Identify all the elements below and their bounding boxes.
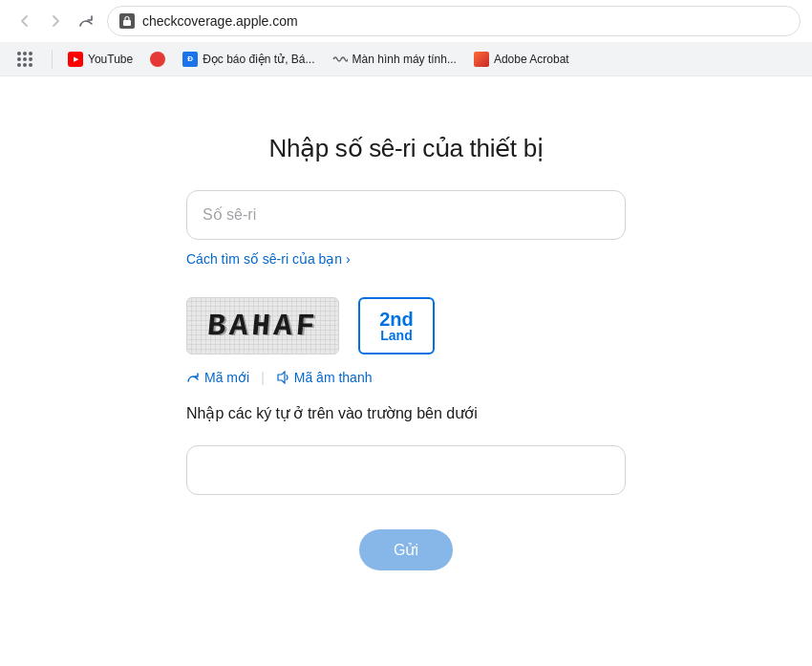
form-container: Nhập số sê-ri của thiết bị Cách tìm số s… [186, 134, 626, 570]
url-text: checkcoverage.apple.com [142, 13, 788, 29]
bookmark-adobe[interactable]: Adobe Acrobat [466, 49, 577, 70]
bookmark-youtube[interactable]: YouTube [60, 49, 140, 70]
toolbar: checkcoverage.apple.com [0, 0, 812, 42]
bookmarks-divider [52, 50, 53, 69]
audio-icon [276, 371, 289, 384]
bookmark-doc-bao[interactable]: Đ Đọc báo điện tử, Bá... [175, 49, 322, 70]
refresh-small-icon [186, 371, 200, 384]
audio-code-label: Mã âm thanh [294, 370, 373, 385]
bookmark-doc-bao-label: Đọc báo điện tử, Bá... [203, 53, 314, 66]
submit-button[interactable]: Gửi [359, 529, 453, 570]
back-button[interactable] [11, 8, 38, 34]
site-security-icon [119, 13, 135, 29]
adobe-icon [474, 52, 489, 67]
browser-chrome: checkcoverage.apple.com YouTube Đ Đọc bá… [0, 0, 812, 76]
page-title: Nhập số sê-ri của thiết bị [268, 134, 543, 163]
bookmarks-bar: YouTube Đ Đọc báo điện tử, Bá... Màn hìn… [0, 42, 812, 76]
apps-button[interactable] [11, 46, 38, 73]
bookmark-man-hinh[interactable]: Màn hình máy tính... [325, 49, 464, 70]
captcha-input[interactable] [186, 445, 626, 495]
instruction-text: Nhập các ký tự ở trên vào trường bên dướ… [186, 404, 626, 422]
logo-land: Land [380, 329, 412, 342]
captcha-logo: 2nd Land [358, 297, 435, 354]
svg-marker-1 [278, 372, 285, 383]
captcha-logo-text: 2nd [379, 310, 414, 329]
youtube-icon [68, 52, 83, 67]
serial-input[interactable] [186, 190, 626, 240]
captcha-actions: Mã mới | Mã âm thanh [186, 370, 626, 385]
svg-rect-0 [123, 20, 131, 26]
logo-2nd: 2nd [379, 310, 414, 329]
captcha-image: BAHAF [186, 297, 339, 354]
nav-buttons [11, 8, 99, 34]
forward-button[interactable] [42, 8, 69, 34]
page-content: Nhập số sê-ri của thiết bị Cách tìm số s… [0, 76, 812, 666]
find-serial-link[interactable]: Cách tìm số sê-ri của bạn › [186, 251, 351, 267]
address-bar[interactable]: checkcoverage.apple.com [107, 6, 801, 36]
captcha-text: BAHAF [205, 309, 319, 344]
refresh-button[interactable] [73, 8, 99, 34]
captcha-section: BAHAF 2nd Land Mã mới | [186, 297, 626, 495]
captcha-images-row: BAHAF 2nd Land [186, 297, 626, 354]
new-code-label: Mã mới [204, 370, 249, 385]
action-separator: | [261, 370, 265, 385]
new-code-button[interactable]: Mã mới [186, 370, 249, 385]
doc-bao-icon: Đ [182, 52, 198, 67]
bookmark-man-hinh-label: Màn hình máy tính... [353, 53, 457, 66]
wave-icon [332, 52, 348, 67]
bookmark-red[interactable] [142, 49, 173, 70]
bookmark-youtube-label: YouTube [88, 53, 133, 66]
audio-code-button[interactable]: Mã âm thanh [276, 370, 373, 385]
red-bookmark-icon [150, 52, 165, 67]
bookmark-adobe-label: Adobe Acrobat [494, 53, 569, 66]
